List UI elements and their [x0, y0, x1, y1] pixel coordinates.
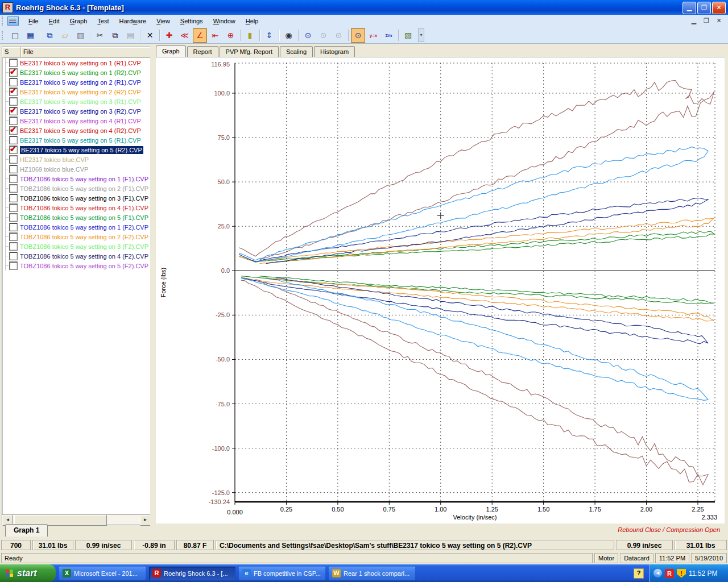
file-checkbox[interactable]	[9, 184, 18, 193]
list-item[interactable]: HZ1069 tokico blue.CVP	[2, 164, 151, 174]
list-item[interactable]: ✔BE2317 tokico 5 way setting on 5 (R2).C…	[2, 145, 151, 155]
horizontal-scrollbar[interactable]: ◄ ►	[2, 514, 151, 525]
file-checkbox[interactable]	[9, 223, 18, 231]
tab-graph-1[interactable]: Graph 1	[5, 524, 48, 537]
file-checkbox[interactable]	[9, 165, 18, 173]
list-item[interactable]: ✔BE2317 tokico 5 way setting on 2 (R2).C…	[2, 87, 151, 97]
file-checkbox[interactable]	[9, 252, 18, 260]
taskbar-button-excel[interactable]: XMicrosoft Excel - 201...	[59, 567, 146, 580]
file-checkbox[interactable]: ✔	[9, 68, 18, 77]
list-item[interactable]: ✔BE2317 tokico 5 way setting on 1 (R2).C…	[2, 68, 151, 77]
taskbar-button-internet-explorer[interactable]: eFB competitive in CSP...	[239, 567, 325, 580]
minimize-button[interactable]: ▁	[682, 2, 696, 14]
file-checkbox[interactable]: ✔	[9, 107, 18, 115]
list-item[interactable]: ✔BE2317 tokico 5 way setting on 3 (R2).C…	[2, 106, 151, 116]
tab-report[interactable]: Report	[187, 46, 218, 57]
open-icon[interactable]: ▱	[58, 28, 72, 43]
sigma-n-icon[interactable]: Σ/n	[382, 28, 396, 43]
security-shield-icon[interactable]: !	[677, 569, 686, 578]
list-item[interactable]: TOBZ1086 tokico 5 way setting on 2 (F2).…	[2, 232, 151, 242]
list-item[interactable]: BE2317 tokico 5 way setting on 4 (R1).CV…	[2, 116, 151, 126]
list-item[interactable]: TOBZ1086 tokico 5 way setting on 4 (F1).…	[2, 203, 151, 213]
mdi-minimize-button[interactable]: ▁	[689, 16, 698, 25]
file-checkbox[interactable]	[9, 242, 18, 251]
menu-settings[interactable]: Settings	[175, 16, 208, 26]
menu-edit[interactable]: Edit	[44, 16, 65, 26]
new-file-icon[interactable]: ▢	[8, 28, 22, 43]
list-item[interactable]: TOBZ1086 tokico 5 way setting on 1 (F1).…	[2, 174, 151, 184]
menu-help[interactable]: Help	[241, 16, 264, 26]
file-checkbox[interactable]	[9, 174, 18, 183]
toolbar-overflow-chevron[interactable]: ▾	[418, 28, 424, 42]
menu-hardware[interactable]: Hardware	[114, 16, 152, 26]
column-header-file[interactable]: File	[21, 47, 151, 57]
list-item[interactable]: TOBZ1086 tokico 5 way setting on 1 (F2).…	[2, 222, 151, 232]
delete-icon[interactable]: ✕	[143, 28, 157, 43]
taskbar-button-document[interactable]: WRear 1 shock compari...	[329, 567, 415, 580]
file-checkbox[interactable]	[9, 232, 18, 241]
marker-cross-icon[interactable]: ✚	[162, 28, 176, 43]
roehrig-tray-icon[interactable]: R	[665, 569, 674, 578]
restore-button[interactable]: ❐	[697, 2, 711, 14]
menu-view[interactable]: View	[151, 16, 175, 26]
save-icon[interactable]: ▦	[23, 28, 38, 43]
list-item[interactable]: TOBZ1086 tokico 5 way setting on 5 (F1).…	[2, 213, 151, 222]
tab-graph[interactable]: Graph	[156, 45, 186, 57]
list-item[interactable]: TOBZ1086 tokico 5 way setting on 3 (F2).…	[2, 242, 151, 251]
menu-test[interactable]: Test	[92, 16, 114, 26]
list-item[interactable]: ✔BE2317 tokico 5 way setting on 4 (R2).C…	[2, 126, 151, 135]
list-item[interactable]: TOBZ1086 tokico 5 way setting on 4 (F2).…	[2, 251, 151, 261]
shock-setup-icon[interactable]: ▮	[243, 28, 257, 43]
file-checkbox[interactable]	[9, 117, 18, 125]
menu-graph[interactable]: Graph	[65, 16, 93, 26]
print-icon[interactable]: ▥	[73, 28, 88, 43]
circle-cursor-icon[interactable]: ⊕	[224, 28, 238, 43]
list-item[interactable]: TOBZ1086 tokico 5 way setting on 5 (F2).…	[2, 261, 151, 271]
file-checkbox[interactable]	[9, 213, 18, 222]
file-checkbox[interactable]: ✔	[9, 88, 18, 96]
cut-icon[interactable]: ✂	[93, 28, 107, 43]
menu-window[interactable]: Window	[208, 16, 241, 26]
zoom-in-icon[interactable]: ⊙	[301, 28, 315, 43]
help-notification-icon[interactable]: ?	[634, 568, 644, 579]
graph-canvas[interactable]: 100.075.050.025.00.0-25.0-50.0-75.0-100.…	[156, 57, 725, 523]
y-equals-x-icon[interactable]: y=x	[366, 28, 380, 43]
curve-left-icon[interactable]: ⇤	[208, 28, 222, 43]
tab-histogram[interactable]: Histogram	[314, 46, 355, 57]
toolbar-grip-2[interactable]	[2, 31, 6, 40]
list-item[interactable]: BE2317 tokico 5 way setting on 3 (R1).CV…	[2, 97, 151, 106]
export-icon[interactable]: ⧉	[43, 28, 57, 43]
start-button[interactable]: start	[0, 564, 56, 582]
file-checkbox[interactable]	[9, 59, 18, 67]
file-checkbox[interactable]	[9, 136, 18, 144]
file-checkbox[interactable]	[9, 78, 18, 86]
multi-curve-icon[interactable]: ≪	[177, 28, 192, 43]
file-checkbox[interactable]	[9, 203, 18, 212]
tab-pvp-mfg-report[interactable]: PVP Mfg. Report	[220, 46, 279, 57]
copy-icon[interactable]: ⧉	[108, 28, 122, 43]
list-item[interactable]: HE2317 tokico blue.CVP	[2, 155, 151, 164]
toolbar-grip[interactable]	[2, 16, 6, 26]
file-checkbox[interactable]	[9, 97, 18, 106]
file-checkbox[interactable]	[9, 194, 18, 202]
tab-scaling[interactable]: Scaling	[280, 46, 313, 57]
file-checkbox[interactable]	[9, 155, 18, 164]
list-item[interactable]: BE2317 tokico 5 way setting on 5 (R1).CV…	[2, 135, 151, 145]
file-checkbox[interactable]: ✔	[9, 126, 18, 135]
menu-file[interactable]: File	[23, 16, 44, 26]
list-item[interactable]: BE2317 tokico 5 way setting on 2 (R1).CV…	[2, 77, 151, 87]
single-curve-icon[interactable]: ∠	[193, 28, 207, 43]
mdi-restore-button[interactable]: ❐	[702, 16, 711, 25]
magnifier-icon[interactable]: ⊙	[351, 28, 365, 43]
mdi-close-button[interactable]: ✕	[714, 16, 723, 25]
file-checkbox[interactable]	[9, 261, 18, 270]
list-item[interactable]: TOBZ1086 tokico 5 way setting on 3 (F1).…	[2, 193, 151, 203]
file-checkbox[interactable]: ✔	[9, 146, 18, 154]
snapshot-icon[interactable]: ◉	[282, 28, 296, 43]
panel-splitter[interactable]	[150, 47, 155, 538]
taskbar-button-roehrig[interactable]: RRoehrig Shock 6.3 - [...	[149, 567, 235, 580]
gauge-adjust-icon[interactable]: ⇕	[262, 28, 276, 43]
list-item[interactable]: TOBZ1086 tokico 5 way setting on 2 (F1).…	[2, 184, 151, 193]
column-header-select[interactable]: S	[2, 47, 21, 57]
stats-graph-icon[interactable]: ▧	[401, 28, 415, 43]
